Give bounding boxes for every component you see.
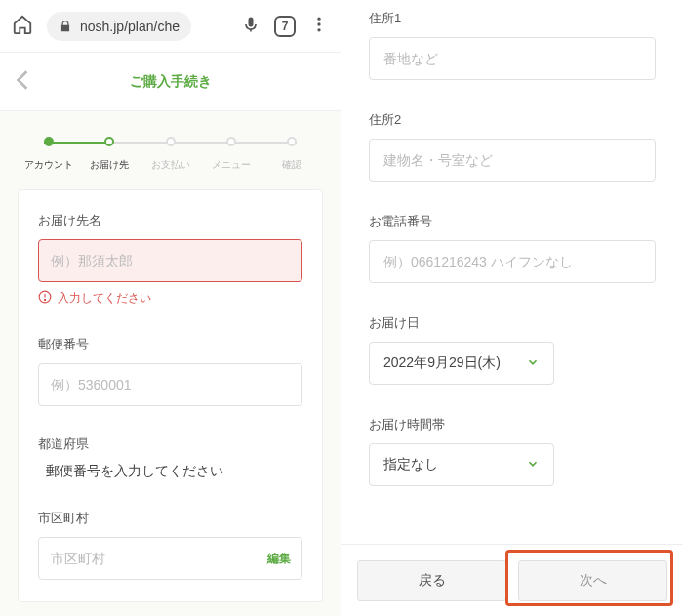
address2-label: 住所2	[369, 111, 656, 129]
prefecture-hint: 郵便番号を入力してください	[38, 463, 302, 480]
address1-input[interactable]	[369, 37, 656, 80]
step-label: お届け先	[90, 158, 129, 172]
delivery-date-value: 2022年9月29日(木)	[383, 354, 501, 372]
delivery-date-label: お届け日	[369, 314, 656, 332]
footer-bar: 戻る 次へ	[342, 544, 683, 616]
step-label: 確認	[282, 158, 301, 172]
overflow-menu-icon[interactable]	[309, 15, 329, 37]
svg-point-1	[317, 22, 320, 25]
recipient-name-label: お届け先名	[38, 212, 302, 229]
step-payment: お支払い	[145, 137, 196, 172]
back-button[interactable]: 戻る	[357, 560, 506, 601]
tabs-count[interactable]: 7	[274, 16, 296, 37]
chevron-down-icon	[526, 457, 540, 473]
checkout-stepper: アカウント お届け先 お支払い メニュー 確認	[0, 111, 341, 189]
phone-label: お電話番号	[369, 213, 656, 230]
recipient-name-input[interactable]	[38, 239, 302, 282]
home-icon[interactable]	[12, 14, 33, 38]
lock-icon	[59, 20, 72, 33]
delivery-time-select[interactable]: 指定なし	[369, 443, 554, 486]
address2-input[interactable]	[369, 139, 656, 182]
city-edit-link[interactable]: 編集	[267, 551, 291, 567]
delivery-date-select[interactable]: 2022年9月29日(木)	[369, 342, 554, 385]
tabs-count-value: 7	[282, 20, 289, 33]
chevron-down-icon	[526, 355, 540, 372]
step-account: アカウント	[23, 137, 74, 172]
step-label: アカウント	[24, 158, 73, 172]
recipient-name-error: 入力してください	[38, 290, 302, 307]
postal-label: 郵便番号	[38, 336, 302, 353]
url-text: nosh.jp/plan/che	[80, 19, 180, 34]
svg-point-0	[317, 18, 320, 21]
next-button-label: 次へ	[580, 572, 607, 590]
step-menu: メニュー	[206, 137, 257, 172]
address1-label: 住所1	[369, 10, 656, 27]
url-bar[interactable]: nosh.jp/plan/che	[47, 12, 191, 41]
phone-input[interactable]	[369, 240, 656, 283]
title-row: ご購入手続き	[0, 53, 341, 111]
next-button[interactable]: 次へ	[518, 560, 667, 601]
step-label: お支払い	[151, 158, 190, 172]
city-input[interactable]	[38, 537, 302, 580]
mic-icon[interactable]	[241, 15, 261, 37]
prefecture-label: 都道府県	[38, 435, 302, 453]
alert-icon	[38, 290, 52, 307]
city-label: 市区町村	[38, 510, 302, 527]
step-label: メニュー	[212, 158, 251, 172]
postal-input[interactable]	[38, 363, 302, 406]
back-icon[interactable]	[16, 69, 29, 94]
step-delivery: お届け先	[84, 137, 135, 172]
page-title: ご購入手続き	[130, 73, 212, 91]
delivery-time-label: お届け時間帯	[369, 416, 656, 433]
step-confirm: 確認	[266, 137, 317, 172]
back-button-label: 戻る	[419, 572, 446, 590]
browser-chrome: nosh.jp/plan/che 7	[0, 0, 341, 53]
svg-point-5	[44, 299, 45, 300]
svg-point-2	[317, 28, 320, 31]
delivery-form-card: お届け先名 入力してください 郵便番号 都道府県 郵便番号を入力してく	[18, 189, 323, 602]
delivery-time-value: 指定なし	[383, 456, 438, 473]
error-text: 入力してください	[58, 290, 151, 307]
